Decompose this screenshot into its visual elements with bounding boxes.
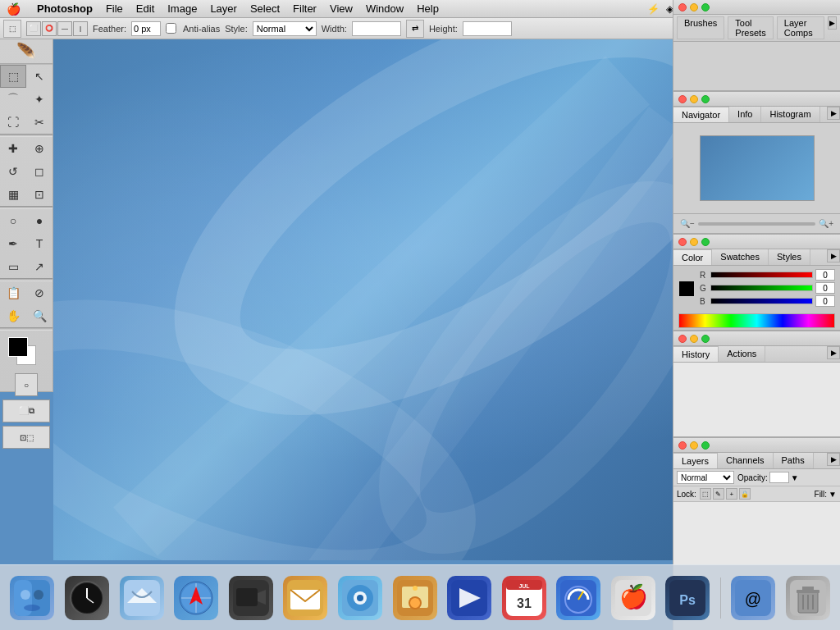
opacity-input[interactable] xyxy=(769,472,789,483)
r-value[interactable] xyxy=(815,269,835,281)
color-spectrum[interactable] xyxy=(678,313,835,328)
swap-icon[interactable]: ⇄ xyxy=(406,20,424,38)
tab-navigator[interactable]: Navigator xyxy=(673,107,729,122)
tab-paths[interactable]: Paths xyxy=(774,453,814,468)
lock-all2[interactable]: 🔒 xyxy=(739,488,751,500)
dock-facetime[interactable] xyxy=(225,572,276,624)
tab-styles[interactable]: Styles xyxy=(769,249,810,265)
marquee-ellipse[interactable]: ⭕ xyxy=(42,21,57,36)
zoom-tool[interactable]: 🔍 xyxy=(26,304,52,327)
dock-ical[interactable]: 31JUL xyxy=(498,572,550,624)
dock-clock[interactable] xyxy=(62,572,113,624)
zoom-in-icon[interactable]: 🔍+ xyxy=(819,219,833,228)
r-slider[interactable] xyxy=(710,272,813,278)
dock-ispeed[interactable] xyxy=(553,572,605,624)
dock-mail2[interactable]: @ xyxy=(728,572,779,624)
layers-max[interactable] xyxy=(701,441,710,450)
width-input[interactable] xyxy=(352,21,401,36)
marquee-col[interactable]: | xyxy=(73,21,88,36)
clone-tool[interactable]: ⊕ xyxy=(26,137,52,160)
heal-tool[interactable]: ✚ xyxy=(0,137,26,160)
b-value[interactable] xyxy=(815,295,835,307)
screen-mode-tool[interactable]: ⊡⬚ xyxy=(2,426,50,449)
style-select[interactable]: Normal Fixed Ratio Fixed Size xyxy=(253,21,317,36)
menu-file[interactable]: File xyxy=(99,2,130,15)
nav-min[interactable] xyxy=(690,95,698,103)
history-max[interactable] xyxy=(701,335,710,343)
dock-mail-bird[interactable] xyxy=(116,572,167,624)
dock-itunes[interactable] xyxy=(335,572,386,624)
layers-expand[interactable]: ▶ xyxy=(827,453,840,466)
magic-wand-tool[interactable]: ✦ xyxy=(26,88,52,111)
menu-edit[interactable]: Edit xyxy=(130,2,161,15)
menu-image[interactable]: Image xyxy=(161,2,203,15)
burn-tool[interactable]: ● xyxy=(26,209,52,232)
text-tool[interactable]: T xyxy=(26,232,52,255)
apple-menu[interactable]: 🍎 xyxy=(7,2,21,16)
menu-view[interactable]: View xyxy=(323,2,359,15)
marquee-row[interactable]: — xyxy=(57,21,72,36)
layers-close[interactable] xyxy=(678,441,687,450)
brushes-min[interactable] xyxy=(690,3,698,11)
foreground-color[interactable] xyxy=(8,337,28,357)
slice-tool[interactable]: ✂ xyxy=(26,111,52,134)
lock-all[interactable]: + xyxy=(726,488,737,500)
path-select-tool[interactable]: ↗ xyxy=(26,255,52,278)
dock-photoshop[interactable]: Ps xyxy=(662,572,714,624)
dock-mail[interactable] xyxy=(280,572,331,624)
tab-layers[interactable]: Layers xyxy=(673,453,718,468)
shape-tool[interactable]: ▭ xyxy=(0,255,26,278)
feather-input[interactable] xyxy=(131,21,161,36)
color-max[interactable] xyxy=(701,238,710,246)
blend-mode-select[interactable]: Normal Multiply Screen xyxy=(677,471,734,484)
tab-swatches[interactable]: Swatches xyxy=(712,249,769,265)
move-tool[interactable]: ↖ xyxy=(26,65,52,88)
history-brush-tool[interactable]: ↺ xyxy=(0,160,26,183)
lock-position[interactable]: ✎ xyxy=(713,488,724,500)
zoom-out-icon[interactable]: 🔍− xyxy=(680,219,695,228)
canvas-area[interactable] xyxy=(53,39,673,560)
tab-info[interactable]: Info xyxy=(729,107,761,122)
antialias-checkbox[interactable] xyxy=(166,23,176,34)
gradient-tool[interactable]: ▦ xyxy=(0,183,26,206)
menu-filter[interactable]: Filter xyxy=(286,2,323,15)
color-min[interactable] xyxy=(690,238,698,246)
b-slider[interactable] xyxy=(710,298,813,304)
marquee-rect[interactable]: ⬜ xyxy=(26,21,41,36)
menu-layer[interactable]: Layer xyxy=(203,2,244,15)
nav-expand[interactable]: ▶ xyxy=(827,107,840,120)
brushes-max[interactable] xyxy=(701,3,710,11)
g-slider[interactable] xyxy=(710,285,813,291)
tab-histogram[interactable]: Histogram xyxy=(761,107,819,122)
brushes-close[interactable] xyxy=(678,3,687,11)
g-value[interactable] xyxy=(815,282,835,294)
notes-tool[interactable]: 📋 xyxy=(0,281,26,304)
eraser-tool[interactable]: ◻ xyxy=(26,160,52,183)
menu-select[interactable]: Select xyxy=(244,2,286,15)
eyedropper-tool[interactable]: ⊘ xyxy=(26,281,52,304)
dock-iphoto[interactable] xyxy=(389,572,441,624)
color-foreground-swatch[interactable] xyxy=(678,281,695,297)
menu-window[interactable]: Window xyxy=(359,2,410,15)
tab-history[interactable]: History xyxy=(673,346,719,362)
nav-zoom-slider[interactable] xyxy=(698,222,815,226)
marquee-tool[interactable]: ⬚ xyxy=(0,65,26,88)
dock-safari[interactable] xyxy=(171,572,222,624)
tab-channels[interactable]: Channels xyxy=(718,453,773,468)
menu-photoshop[interactable]: Photoshop xyxy=(30,2,99,15)
dodge-tool[interactable]: ○ xyxy=(0,209,26,232)
history-min[interactable] xyxy=(690,335,698,343)
view-mode-tools[interactable]: ⬜⧉ xyxy=(2,399,50,422)
dock-finder[interactable] xyxy=(7,572,58,624)
dock-trash[interactable] xyxy=(782,572,833,624)
lock-pixels[interactable]: ⬚ xyxy=(700,488,711,500)
color-close[interactable] xyxy=(678,238,687,246)
crop-tool[interactable]: ⛶ xyxy=(0,111,26,134)
paint-tool[interactable]: ⊡ xyxy=(26,183,52,206)
nav-max[interactable] xyxy=(701,95,710,103)
fill-arrow[interactable]: ▼ xyxy=(829,490,837,499)
tab-brushes[interactable]: Brushes xyxy=(677,16,724,39)
lasso-tool[interactable]: ⌒ xyxy=(0,88,26,111)
nav-close[interactable] xyxy=(678,95,687,103)
layers-min[interactable] xyxy=(690,441,698,450)
